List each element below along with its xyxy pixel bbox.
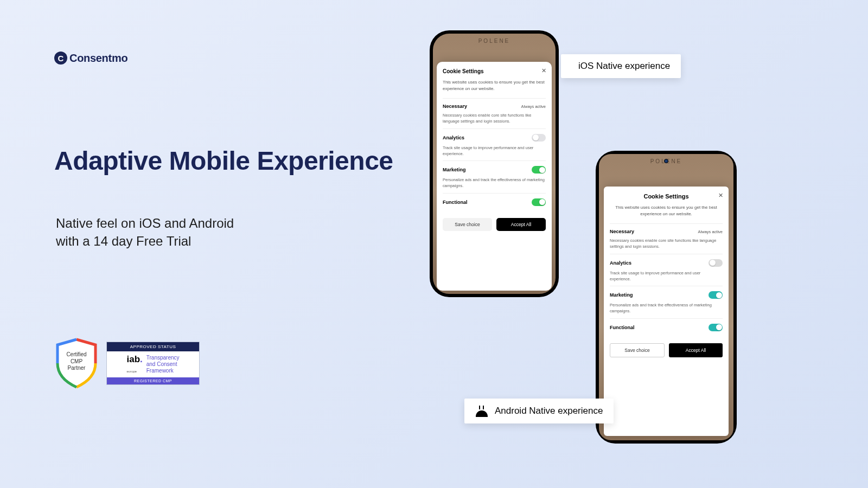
- iab-tcf-badge: APPROVED STATUS iab. europe Transparency…: [106, 342, 200, 385]
- cat-desc: Track site usage to improve performance …: [443, 145, 546, 157]
- close-icon[interactable]: ✕: [718, 192, 723, 199]
- cat-desc: Necessary cookies enable core site funct…: [610, 237, 723, 250]
- analytics-toggle[interactable]: [532, 134, 546, 142]
- iab-sub: europe: [126, 370, 137, 373]
- iab-logo-icon: iab.: [126, 354, 142, 364]
- cat-name: Analytics: [610, 260, 631, 266]
- category-functional: Functional: [443, 193, 546, 213]
- camera-icon: [664, 159, 668, 163]
- functional-toggle[interactable]: [532, 198, 546, 206]
- shield-text-2: CMP: [71, 358, 82, 364]
- cat-name: Marketing: [610, 292, 633, 298]
- cat-name: Analytics: [443, 135, 464, 140]
- ios-tag-label: iOS Native experience: [578, 61, 670, 72]
- cat-name: Functional: [610, 325, 635, 330]
- category-analytics: Analytics Track site usage to improve pe…: [610, 254, 723, 286]
- category-marketing: Marketing Personalize ads and track the …: [610, 286, 723, 318]
- marketing-toggle[interactable]: [532, 166, 546, 174]
- iab-registered: REGISTERED CMP: [107, 377, 199, 384]
- cat-desc: Personalize ads and track the effectiven…: [443, 177, 546, 189]
- cat-desc: Personalize ads and track the effectiven…: [610, 302, 723, 314]
- cat-name: Marketing: [443, 167, 466, 172]
- cat-desc: Necessary cookies enable core site funct…: [443, 112, 546, 125]
- sheet-description: This website uses cookies to ensure you …: [443, 79, 546, 92]
- logo-mark-icon: C: [54, 52, 67, 65]
- logo-mark-letter: C: [58, 54, 64, 63]
- ios-phone-mockup: POLENE ✕ Cookie Settings This website us…: [430, 30, 559, 297]
- ios-screen-brand: POLENE: [433, 34, 556, 44]
- page-subtitle: Native feel on iOS and Android with a 14…: [56, 214, 234, 250]
- cat-name: Functional: [443, 200, 468, 205]
- save-choice-button[interactable]: Save choice: [610, 343, 665, 357]
- category-necessary: NecessaryAlways active Necessary cookies…: [443, 98, 546, 129]
- iab-status: APPROVED STATUS: [107, 342, 199, 351]
- always-active-label: Always active: [521, 104, 546, 109]
- brand-name: Consentmo: [69, 52, 127, 65]
- cat-name: Necessary: [443, 104, 467, 109]
- shield-text-1: Certified: [66, 351, 86, 357]
- android-cookie-sheet: ✕ Cookie Settings This website uses cook…: [604, 187, 729, 436]
- iab-line-1: Transparency: [146, 355, 180, 361]
- always-active-label: Always active: [698, 229, 723, 234]
- accept-all-button[interactable]: Accept All: [669, 343, 723, 357]
- brand-logo: C Consentmo: [54, 52, 127, 65]
- subtitle-line-2: with a 14 day Free Trial: [56, 234, 191, 248]
- category-functional: Functional: [610, 318, 723, 338]
- subtitle-line-1: Native feel on iOS and Android: [56, 216, 234, 230]
- android-tag-label: Android Native experience: [495, 406, 603, 416]
- ios-experience-tag: iOS Native experience: [561, 54, 681, 78]
- android-icon: [475, 405, 488, 417]
- sheet-title: Cookie Settings: [443, 68, 546, 74]
- page-title: Adaptive Mobile Experience: [54, 146, 393, 176]
- accept-all-button[interactable]: Accept All: [496, 218, 546, 231]
- cat-name: Necessary: [610, 229, 634, 234]
- save-choice-button[interactable]: Save choice: [443, 218, 492, 231]
- shield-text-3: Partner: [68, 365, 86, 371]
- category-analytics: Analytics Track site usage to improve pe…: [443, 129, 546, 161]
- certification-badges: CertifiedCMPPartner APPROVED STATUS iab.…: [53, 337, 200, 389]
- functional-toggle[interactable]: [709, 324, 723, 331]
- android-phone-mockup: POLENE ✕ Cookie Settings This website us…: [596, 151, 737, 444]
- cmp-partner-badge: CertifiedCMPPartner: [53, 337, 100, 389]
- close-icon[interactable]: ✕: [541, 67, 546, 74]
- iab-line-2: and Consent: [146, 361, 177, 367]
- android-experience-tag: Android Native experience: [464, 399, 614, 423]
- iab-line-3: Framework: [146, 368, 174, 374]
- ios-cookie-sheet: ✕ Cookie Settings This website uses cook…: [437, 62, 552, 291]
- category-marketing: Marketing Personalize ads and track the …: [443, 160, 546, 193]
- sheet-description: This website uses cookies to ensure you …: [610, 204, 723, 217]
- sheet-title: Cookie Settings: [610, 193, 723, 200]
- analytics-toggle[interactable]: [709, 259, 723, 267]
- category-necessary: NecessaryAlways active Necessary cookies…: [610, 223, 723, 254]
- cat-desc: Track site usage to improve performance …: [610, 270, 723, 282]
- marketing-toggle[interactable]: [709, 291, 723, 299]
